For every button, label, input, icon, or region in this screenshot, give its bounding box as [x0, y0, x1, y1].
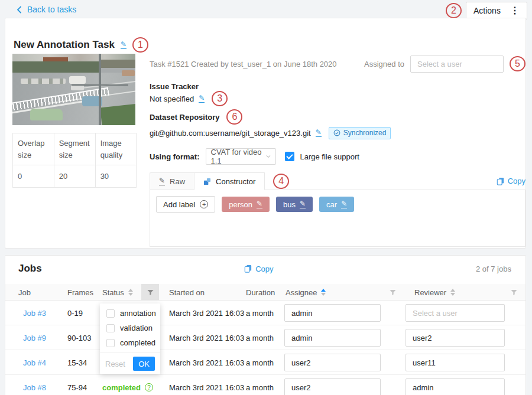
edit-person-label-icon[interactable]: ✎ — [257, 200, 262, 208]
task-details-card: New Annotation Task ✎ 1 O — [5, 18, 526, 249]
job-9-started: March 3rd 2021 16:03 — [169, 325, 244, 350]
title-row: New Annotation Task ✎ 1 — [14, 37, 148, 53]
jobs-title: Jobs — [18, 263, 42, 275]
job-row-9: Job #9 90-103 March 3rd 2021 16:03 a mon… — [5, 325, 525, 350]
annotation-checkbox[interactable] — [106, 309, 115, 318]
job-9-link[interactable]: Job #9 — [23, 334, 46, 342]
job-4-reviewer-input[interactable] — [406, 354, 505, 371]
chevron-down-icon — [266, 155, 271, 158]
column-status-label: Status — [102, 288, 124, 297]
reviewer-sorter[interactable] — [450, 289, 455, 296]
job-row-8: Job #8 75-94 completed ? March 3rd 2021 … — [5, 375, 525, 395]
completed-checkbox[interactable] — [106, 339, 115, 347]
edit-car-label-icon[interactable]: ✎ — [341, 200, 347, 208]
jobs-table-header: Job Frames Status Started on Duration As… — [5, 284, 525, 301]
filter-funnel-icon — [511, 289, 517, 296]
job-8-status: completed ? — [102, 375, 153, 395]
format-select-value: CVAT for video 1.1 — [211, 148, 266, 165]
job-8-started: March 3rd 2021 16:03 — [169, 375, 244, 395]
filter-option-validation[interactable]: validation — [100, 321, 160, 335]
annotation-circle-6: 6 — [226, 109, 242, 125]
job-row-3: Job #3 0-19 March 3rd 2021 16:03 a month — [5, 301, 525, 325]
column-assignee: Assignee — [286, 284, 326, 301]
status-sorter[interactable] — [128, 289, 133, 296]
back-to-tasks-link[interactable]: Back to tasks — [17, 5, 76, 14]
status-filter-button[interactable] — [141, 284, 159, 301]
assignee-filter-button[interactable] — [384, 284, 401, 301]
assigned-to-input[interactable] — [410, 56, 504, 73]
edit-title-icon[interactable]: ✎ — [121, 41, 126, 49]
copy-labels-button[interactable]: Copy — [497, 177, 525, 185]
tab-raw[interactable]: ✎ Raw — [150, 172, 194, 190]
job-4-link[interactable]: Job #4 — [23, 358, 46, 367]
job-8-frames: 75-94 — [67, 375, 87, 395]
job-8-reviewer-input[interactable] — [406, 378, 505, 395]
job-row-4: Job #4 15-34 March 3rd 2021 16:03 a mont… — [5, 350, 525, 375]
job-3-frames: 0-19 — [67, 301, 83, 325]
using-format-label: Using format: — [150, 152, 200, 161]
job-8-link[interactable]: Job #8 — [23, 383, 46, 392]
column-frames: Frames — [67, 284, 93, 301]
filter-funnel-icon — [147, 289, 154, 296]
synchronized-label: Synchronized — [343, 129, 387, 137]
filter-ok-button[interactable]: OK — [133, 357, 155, 371]
param-header-overlap: Overlap size — [13, 133, 54, 165]
job-9-reviewer-input[interactable] — [406, 329, 505, 347]
plus-circle-icon: + — [200, 200, 208, 208]
annotation-circle-5: 5 — [510, 56, 525, 71]
jobs-count: 2 of 7 jobs — [476, 265, 511, 273]
label-chip-person[interactable]: person ✎ — [222, 197, 270, 212]
tab-constructor[interactable]: Constructor — [194, 172, 265, 190]
large-file-support-label: Large file support — [300, 152, 359, 161]
copy-icon — [244, 265, 252, 273]
actions-button[interactable]: Actions ⋮ — [466, 2, 527, 19]
format-select[interactable]: CVAT for video 1.1 — [206, 148, 276, 165]
raw-tab-pencil-icon: ✎ — [159, 177, 165, 185]
annotation-circle-3: 3 — [212, 91, 228, 106]
jobs-header: Jobs Copy 2 of 7 jobs — [18, 263, 511, 275]
column-reviewer: Reviewer — [414, 284, 455, 301]
assignee-sorter[interactable] — [321, 289, 326, 296]
job-4-frames: 15-34 — [67, 350, 87, 375]
job-9-duration: a month — [246, 325, 274, 350]
job-4-started: March 3rd 2021 16:03 — [169, 350, 244, 375]
label-chip-car[interactable]: car ✎ — [319, 197, 354, 212]
edit-repository-icon[interactable]: ✎ — [316, 129, 322, 137]
annotation-option-label: annotation — [120, 309, 156, 318]
label-chip-person-name: person — [229, 200, 252, 209]
large-file-support-checkbox[interactable] — [285, 152, 294, 161]
add-label-button[interactable]: Add label + — [156, 196, 215, 213]
column-job: Job — [18, 284, 31, 301]
issue-tracker-value: Not specified — [150, 94, 194, 103]
copy-jobs-button[interactable]: Copy — [244, 265, 273, 273]
page-title: New Annotation Task — [14, 39, 115, 51]
topbar-right: 2 Actions ⋮ — [446, 2, 527, 19]
job-3-link[interactable]: Job #3 — [23, 309, 46, 318]
param-header-segment: Segment size — [54, 133, 95, 165]
filter-funnel-icon — [390, 289, 396, 296]
jobs-card: Jobs Copy 2 of 7 jobs Job Frames Status … — [5, 255, 526, 395]
label-chip-bus[interactable]: bus ✎ — [276, 197, 313, 212]
task-params-table: Overlap size Segment size Image quality … — [12, 133, 137, 188]
filter-reset-button[interactable]: Reset — [105, 360, 125, 368]
job-8-assignee-input[interactable] — [284, 378, 381, 395]
filter-option-completed[interactable]: completed — [100, 335, 160, 350]
validation-checkbox[interactable] — [106, 324, 115, 332]
annotation-circle-2: 2 — [446, 3, 462, 18]
annotation-circle-1: 1 — [132, 37, 148, 53]
job-8-duration: a month — [246, 375, 274, 395]
filter-option-annotation[interactable]: annotation — [100, 306, 160, 321]
job-9-frames: 90-103 — [67, 325, 91, 350]
task-preview-image — [12, 54, 135, 125]
job-9-assignee-input[interactable] — [284, 329, 381, 347]
synchronized-badge: Synchronized — [329, 127, 391, 139]
edit-bus-label-icon[interactable]: ✎ — [300, 200, 306, 208]
job-4-assignee-input[interactable] — [284, 354, 381, 371]
kebab-menu-icon: ⋮ — [510, 6, 520, 15]
job-3-assignee-input[interactable] — [284, 304, 381, 322]
column-duration: Duration — [246, 284, 275, 301]
edit-issue-tracker-icon[interactable]: ✎ — [199, 94, 205, 103]
job-3-reviewer-input[interactable] — [406, 304, 505, 322]
reviewer-filter-button[interactable] — [505, 284, 523, 301]
dataset-repository-row: Dataset Repository 6 — [150, 109, 525, 125]
